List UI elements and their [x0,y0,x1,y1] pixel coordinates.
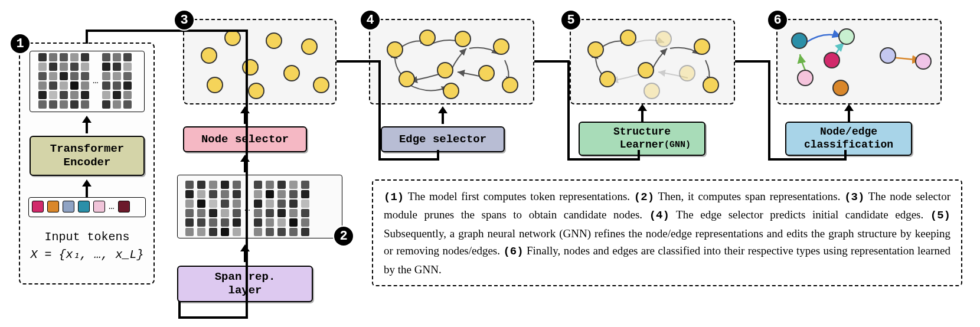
node-colored [824,52,840,68]
node [224,30,241,46]
struct-label: Structure Learner [613,126,671,151]
node [599,71,616,87]
arrow-4a [438,106,447,113]
conn-1-2e [178,301,181,319]
transformer-encoder-box: Transformer Encoder [30,136,145,176]
conn-5-6 [735,60,770,63]
input-tokens-label: Input tokens [30,230,145,244]
node [493,38,509,55]
desc-3-num: (3) [844,191,864,204]
node [201,47,217,64]
span-rep-box: Span rep. layer [177,266,313,302]
node [313,77,329,93]
node-colored [880,47,896,64]
node [242,59,259,76]
desc-5-num: (5) [930,209,950,222]
node [694,38,710,55]
conn-4-5 [534,60,570,63]
node [587,41,604,58]
node [419,30,436,46]
arrow-2b [240,155,250,162]
badge-4: 4 [360,9,381,31]
node-colored [838,28,855,45]
conn-3-4c [378,60,381,161]
conn-3-4e [437,150,439,161]
conn-3-4d [378,158,439,161]
node [398,71,415,87]
node [437,62,453,79]
diagram-canvas: 1 … Transformer Encoder … Input tokens X… [6,6,974,321]
node-faded [643,83,660,99]
node-faded [679,65,695,81]
node [478,65,495,81]
desc-2-num: (2) [634,191,654,204]
description-box: (1) The model first computes token repre… [372,179,962,286]
desc-4-text: The edge selector predicts initial candi… [669,208,930,221]
node [443,83,459,99]
conn-3-4 [337,60,381,63]
conn-5-6c [768,158,847,161]
node [703,77,719,93]
node [455,31,471,47]
arrow-2a [240,244,250,251]
conn-5-6b [768,60,770,161]
gnn-label: (GNN) [664,140,691,150]
node [207,77,223,93]
desc-4-num: (4) [649,209,669,222]
node [502,77,518,93]
desc-1-num: (1) [384,191,404,204]
arrow-5a [638,104,647,111]
node [266,32,282,49]
conn-4-5b [567,60,570,161]
arrow-3a [240,106,250,113]
node-colored [797,70,814,86]
node [387,41,403,58]
conn-1-2c [246,30,248,319]
node-colored [832,80,849,96]
arrow-1a [82,116,92,123]
node [638,62,654,79]
node-selector-box: Node selector [183,126,307,152]
classification-box: Node/edge classification [785,122,912,156]
badge-2: 2 [333,225,354,247]
node-colored [791,32,808,49]
token-frame [28,197,146,217]
conn-4-5d [638,150,640,161]
badge-1: 1 [9,33,31,54]
badge-3: 3 [174,9,195,31]
conn-4-5c [567,158,640,161]
arrow-1b [82,179,92,187]
badge-5: 5 [560,9,582,31]
node-faded [655,31,672,47]
badge-6: 6 [767,9,788,31]
node [620,30,636,46]
input-tokens-formula: X = {x₁, …, x_L} [30,247,145,261]
matrix-frame-1 [30,51,145,112]
node [248,83,264,99]
conn-1-2b [86,30,248,32]
desc-1-text: The model first computes token represent… [404,190,634,202]
conn-5-6d [844,150,847,161]
arrow-6a [844,104,854,111]
edge-selector-box: Edge selector [381,126,505,152]
conn-1-2d [178,316,248,319]
desc-6-num: (6) [503,245,523,258]
desc-2-text: Then, it computes span representations. [654,190,844,202]
node-colored [915,53,932,70]
structure-learner-box: Structure Learner [579,122,705,156]
node [283,65,300,81]
node [301,38,318,55]
